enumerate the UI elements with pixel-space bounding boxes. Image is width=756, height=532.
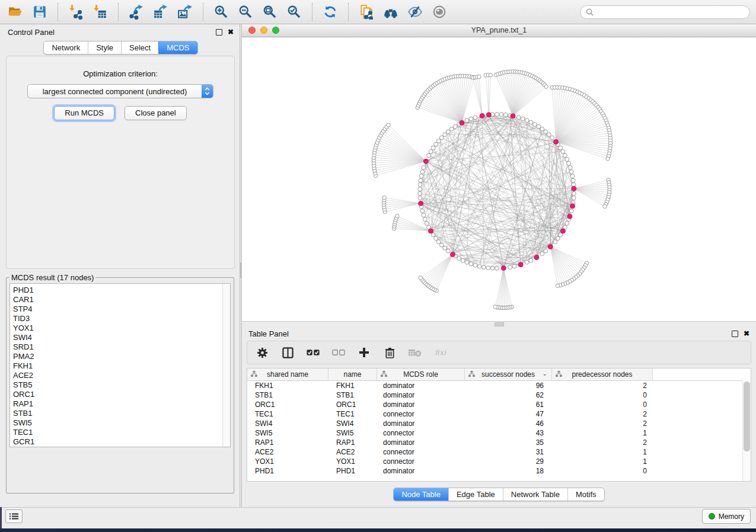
network-graph-canvas[interactable]: [242, 37, 756, 321]
import-table-button[interactable]: [91, 2, 110, 21]
tab-select[interactable]: Select: [121, 41, 158, 54]
sort-descending-icon[interactable]: ⌄: [543, 370, 547, 377]
table-row[interactable]: ACE2 ACE2 connector 31 1: [247, 447, 751, 457]
mcds-result-item[interactable]: TID3: [13, 314, 230, 323]
tab-motifs[interactable]: Motifs: [567, 488, 604, 501]
toolbar-separator: [312, 3, 312, 21]
export-image-button[interactable]: [176, 2, 194, 21]
column-header-name[interactable]: name: [328, 368, 377, 380]
add-column-button[interactable]: [358, 346, 371, 359]
horizontal-split-divider[interactable]: [242, 321, 756, 326]
table-row[interactable]: TEC1 TEC1 connector 47 2: [247, 409, 751, 419]
tab-node-table[interactable]: Node Table: [394, 488, 448, 501]
table-row[interactable]: RAP1 RAP1 dominator 35 2: [247, 438, 751, 447]
column-header-successor-nodes[interactable]: successor nodes⌄: [465, 368, 552, 380]
tab-style[interactable]: Style: [88, 41, 121, 54]
column-header-predecessor-nodes[interactable]: predecessor nodes: [552, 368, 653, 380]
delete-table-button: [409, 346, 422, 359]
column-header-MCDS-role[interactable]: MCDS role: [377, 368, 465, 380]
tab-network-table[interactable]: Network Table: [503, 488, 567, 501]
tab-network[interactable]: Network: [44, 41, 88, 54]
mcds-result-item[interactable]: RAP1: [13, 399, 230, 409]
select-all-rows-button[interactable]: [307, 346, 320, 359]
mcds-result-item[interactable]: CAR1: [13, 295, 230, 305]
table-row[interactable]: PHD1 PHD1 dominator 18 0: [247, 466, 751, 476]
cell-name: YOX1: [328, 457, 377, 466]
hide-details-button[interactable]: [406, 2, 425, 21]
apply-layout-button[interactable]: [321, 2, 340, 21]
zoom-fit-button[interactable]: [260, 2, 279, 21]
import-network-button[interactable]: [66, 2, 85, 21]
float-panel-icon[interactable]: [216, 29, 222, 36]
scrollbar-thumb[interactable]: [744, 382, 750, 451]
delete-column-button[interactable]: [383, 346, 396, 359]
mcds-result-item[interactable]: STP4: [13, 305, 230, 314]
mcds-result-item[interactable]: YOX1: [13, 323, 230, 333]
open-file-button[interactable]: [6, 2, 25, 21]
column-header-shared-name[interactable]: shared name: [247, 368, 328, 380]
show-details-button[interactable]: [430, 2, 449, 21]
mcds-result-item[interactable]: STB5: [13, 380, 230, 390]
search-input[interactable]: [597, 7, 744, 17]
tab-mcds[interactable]: MCDS: [158, 41, 197, 54]
mcds-result-item[interactable]: SRD1: [13, 342, 230, 352]
table-settings-icon: [257, 347, 268, 358]
cell-mcds-role: connector: [377, 448, 465, 456]
run-mcds-button[interactable]: Run MCDS: [54, 106, 114, 120]
close-panel-button[interactable]: Close panel: [125, 106, 187, 120]
cell-shared-name: FKH1: [247, 382, 328, 390]
mcds-result-item[interactable]: SWI5: [13, 418, 230, 428]
divider-grip[interactable]: [240, 262, 241, 278]
table-row[interactable]: FKH1 FKH1 dominator 96 2: [247, 381, 751, 390]
cell-successor-nodes: 46: [465, 419, 552, 428]
toolbar-separator: [58, 3, 58, 21]
table-row[interactable]: ORC1 ORC1 dominator 61 0: [247, 400, 751, 409]
cell-shared-name: PHD1: [247, 467, 328, 475]
mcds-result-item[interactable]: TEC1: [13, 428, 230, 437]
mcds-result-item[interactable]: PHD1: [13, 286, 230, 295]
mcds-result-item[interactable]: SWI4: [13, 333, 230, 342]
mcds-result-item[interactable]: ACE2: [13, 371, 230, 380]
cell-predecessor-nodes: 2: [552, 438, 653, 447]
memory-button[interactable]: Memory: [702, 509, 751, 524]
table-panel-titlebar: Table Panel ✖: [242, 326, 756, 341]
table-row[interactable]: YOX1 YOX1 connector 29 1: [247, 457, 751, 466]
table-row[interactable]: SWI5 SWI5 connector 43 1: [247, 428, 751, 438]
table-row[interactable]: SWI4 SWI4 dominator 46 2: [247, 419, 751, 428]
float-panel-icon[interactable]: [732, 331, 738, 337]
table-settings-button[interactable]: [256, 346, 269, 359]
mcds-result-item[interactable]: PMA2: [13, 352, 230, 361]
deselect-all-rows-button[interactable]: [332, 346, 345, 359]
toggle-columns-button[interactable]: [281, 346, 294, 359]
export-network-button[interactable]: [127, 2, 146, 21]
zoom-in-button[interactable]: [212, 2, 231, 21]
mcds-result-list[interactable]: PHD1CAR1STP4TID3YOX1SWI4SRD1PMA2FKH1ACE2…: [9, 283, 231, 447]
cell-shared-name: TEC1: [247, 410, 328, 418]
export-table-button[interactable]: [151, 2, 170, 21]
task-history-button[interactable]: [5, 509, 23, 523]
find-button[interactable]: [381, 2, 400, 21]
network-window-titlebar[interactable]: YPA_prune.txt_1: [242, 24, 756, 37]
mcds-result-item[interactable]: GCR1: [13, 437, 230, 447]
optimization-criterion-select[interactable]: largest connected component (undirected): [27, 84, 213, 98]
table-scrollbar[interactable]: [742, 380, 751, 481]
cell-predecessor-nodes: 2: [552, 382, 653, 390]
divider-grip[interactable]: [495, 322, 504, 326]
cell-mcds-role: dominator: [377, 400, 465, 409]
search-box[interactable]: [580, 5, 750, 19]
dropdown-stepper-icon: [202, 85, 213, 98]
zoom-out-button[interactable]: [236, 2, 255, 21]
zoom-selected-button[interactable]: [285, 2, 304, 21]
network-view[interactable]: [242, 37, 756, 321]
mcds-result-item[interactable]: ORC1: [13, 390, 230, 399]
table-row[interactable]: STB1 STB1 dominator 62 0: [247, 390, 751, 400]
close-icon[interactable]: ✖: [744, 330, 749, 337]
close-icon[interactable]: ✖: [228, 28, 234, 36]
mcds-result-item[interactable]: STB1: [13, 409, 230, 418]
delete-table-icon: [409, 348, 422, 357]
tab-edge-table[interactable]: Edge Table: [448, 488, 503, 501]
mcds-result-item[interactable]: FKH1: [13, 361, 230, 371]
clone-network-button[interactable]: [357, 2, 376, 21]
save-session-button[interactable]: [30, 2, 49, 21]
result-scrollbar[interactable]: [222, 284, 230, 447]
